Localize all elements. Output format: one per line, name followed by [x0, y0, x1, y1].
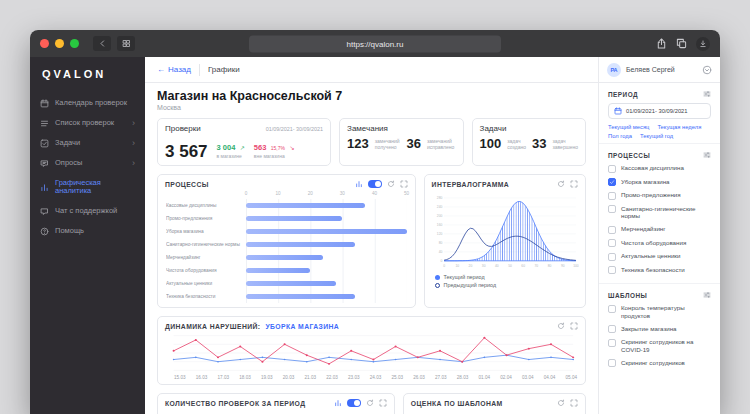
- refresh-icon[interactable]: [557, 180, 565, 188]
- legend-dot-icon: [435, 283, 440, 288]
- sidebar-item-help[interactable]: Помощь: [30, 221, 145, 241]
- checks-total: 3 567: [165, 143, 208, 160]
- bar-category-label: Актуальные ценники: [166, 281, 246, 286]
- svg-text:80: 80: [547, 264, 551, 268]
- filter-label: Скрининг сотрудников: [621, 359, 685, 367]
- period-quick-link[interactable]: Текущий год: [640, 133, 673, 139]
- checkbox[interactable]: [608, 339, 616, 347]
- profile-row[interactable]: РА Беляев Сергей: [599, 57, 720, 83]
- checkbox[interactable]: [608, 205, 616, 213]
- out-store-stat: 563 15,7% ↘ вне магазина: [254, 136, 295, 160]
- period-section: ПЕРИОД 01/09/2021- 30/09/2021 Текущий ме…: [599, 83, 720, 143]
- refresh-icon[interactable]: [557, 322, 565, 330]
- checkbox[interactable]: [608, 226, 616, 234]
- bar-track: [246, 264, 407, 277]
- refresh-icon[interactable]: [387, 180, 395, 188]
- bar-track: [246, 238, 407, 251]
- expand-icon[interactable]: [400, 180, 408, 188]
- divider: [199, 64, 200, 76]
- x-axis-label: 19.03: [261, 375, 273, 380]
- dynamics-chart: 15.0316.0317.0318.0319.0320.0321.0322.03…: [158, 333, 585, 384]
- chart-toggle[interactable]: [368, 180, 382, 188]
- process-filter-item[interactable]: Чистота оборудования: [608, 239, 711, 248]
- intervalogram-chart: 0408012016020024028001020304050607080901…: [425, 191, 585, 307]
- browser-back-button[interactable]: [93, 36, 111, 51]
- process-filter-item[interactable]: Актуальные ценники: [608, 252, 711, 261]
- chat-icon: [40, 207, 49, 216]
- refresh-icon[interactable]: [557, 399, 565, 407]
- checkbox[interactable]: [608, 253, 616, 261]
- process-filter-item[interactable]: Санитарно-гигиенические нормы: [608, 205, 711, 221]
- bar-view-icon[interactable]: [334, 399, 342, 407]
- legend-item[interactable]: Текущий период: [435, 274, 575, 280]
- sidebar-item-label: Опросы: [55, 159, 126, 168]
- bar-category-label: Чистота оборудования: [166, 268, 246, 273]
- arrow-left-icon: ←: [157, 65, 165, 74]
- checkbox[interactable]: [608, 239, 616, 247]
- downloads-button[interactable]: [696, 37, 710, 51]
- checkbox[interactable]: [608, 266, 616, 274]
- period-quick-link[interactable]: Текущий месяц: [608, 124, 649, 130]
- sliders-icon[interactable]: [703, 291, 711, 299]
- minimize-window-button[interactable]: [55, 39, 64, 48]
- legend-item[interactable]: Предыдущий период: [435, 282, 575, 288]
- out-store-value: 563: [254, 143, 267, 152]
- sidebar-item-tasks[interactable]: Задачи›: [30, 133, 145, 153]
- process-filter-item[interactable]: Промо-предложения: [608, 191, 711, 200]
- sidebar-item-checks-list[interactable]: Список проверок›: [30, 113, 145, 133]
- back-button[interactable]: ← Назад: [157, 65, 191, 74]
- address-bar[interactable]: https://qvalon.ru: [249, 35, 501, 52]
- close-window-button[interactable]: [40, 39, 49, 48]
- panel-title-highlight: УБОРКА МАГАЗИНА: [265, 323, 339, 330]
- template-filter-item[interactable]: Скрининг сотрудников на COVID-19: [608, 338, 711, 354]
- sidebar-item-label: Помощь: [55, 227, 135, 236]
- expand-icon[interactable]: [570, 399, 578, 407]
- account-menu-icon[interactable]: [702, 65, 712, 75]
- sidebar-item-calendar[interactable]: Календарь проверок: [30, 93, 145, 113]
- checkbox[interactable]: [608, 325, 616, 333]
- bar-view-icon[interactable]: [355, 180, 363, 188]
- card-period: 01/09/2021- 30/09/2021: [266, 126, 323, 132]
- qvalon-logo: QVALON: [30, 57, 145, 93]
- date-range-input[interactable]: 01/09/2021- 30/09/2021: [608, 103, 711, 119]
- sidebar-item-support-chat[interactable]: Чат с поддержкой: [30, 201, 145, 221]
- process-filter-item[interactable]: Техника безопасности: [608, 266, 711, 275]
- period-quick-link[interactable]: Пол года: [608, 133, 632, 139]
- checkbox[interactable]: [608, 165, 616, 173]
- checkbox[interactable]: [608, 305, 616, 313]
- bar-category-label: Мерчендайзинг: [166, 255, 246, 260]
- template-filter-item[interactable]: Конроль температуры продуктов: [608, 304, 711, 320]
- x-axis-label: 05.04: [566, 375, 578, 380]
- expand-icon[interactable]: [379, 399, 387, 407]
- template-filter-item[interactable]: Скрининг сотрудников: [608, 359, 711, 368]
- in-store-label: в магазине: [217, 154, 245, 160]
- tasks-done-label: задач завершено: [552, 138, 578, 150]
- sliders-icon[interactable]: [703, 90, 711, 98]
- refresh-icon[interactable]: [366, 399, 374, 407]
- process-filter-item[interactable]: Уборка магазина: [608, 178, 711, 187]
- period-quick-link[interactable]: Текущая неделя: [657, 124, 701, 130]
- bar-category-label: Кассовые дисциплины: [166, 203, 246, 208]
- sidebar-item-polls[interactable]: Опросы›: [30, 153, 145, 173]
- checkbox[interactable]: [608, 192, 616, 200]
- expand-icon[interactable]: [570, 180, 578, 188]
- checkbox[interactable]: [608, 359, 616, 367]
- sidebar-menu: Календарь проверокСписок проверок›Задачи…: [30, 93, 145, 241]
- bar-category-label: Техника безопасности: [166, 294, 246, 299]
- sliders-icon[interactable]: [703, 151, 711, 159]
- x-axis-label: 02.04: [500, 375, 512, 380]
- process-filter-item[interactable]: Мерчендайзинг: [608, 225, 711, 234]
- share-icon[interactable]: [656, 38, 667, 49]
- panel-title: ДИНАМИКА НАРУШЕНИЙ:: [165, 323, 260, 330]
- sidebar-item-analytics[interactable]: Графическая аналитика: [30, 173, 145, 201]
- expand-icon[interactable]: [570, 322, 578, 330]
- zoom-window-button[interactable]: [70, 39, 79, 48]
- checkbox[interactable]: [608, 178, 616, 186]
- chart-toggle[interactable]: [347, 399, 361, 407]
- template-filter-item[interactable]: Закрытие магазина: [608, 325, 711, 334]
- process-filter-item[interactable]: Кассовая дисциплина: [608, 164, 711, 173]
- browser-tabs-button[interactable]: [117, 36, 135, 51]
- date-range-value: 01/09/2021- 30/09/2021: [626, 108, 688, 114]
- copy-icon[interactable]: [676, 38, 687, 49]
- process-bar-row: Техника безопасности: [166, 290, 407, 303]
